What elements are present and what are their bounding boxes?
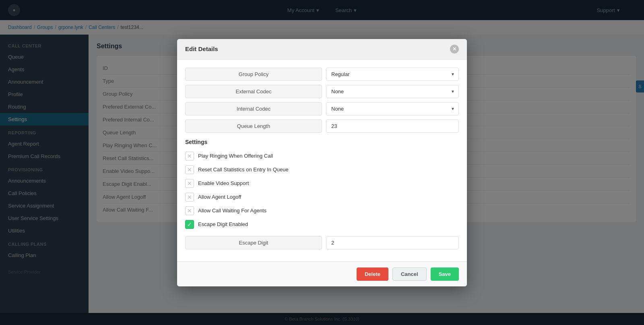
- checkbox-reset-call-stats[interactable]: ✕: [185, 165, 194, 174]
- escape-digit-row: Escape Digit: [185, 236, 459, 249]
- queue-length-value: [326, 119, 459, 133]
- external-codec-select[interactable]: None G711 G722 G729: [326, 85, 459, 98]
- modal-body: Group Policy Regular Circular Simultaneo…: [177, 60, 467, 261]
- modal-title: Edit Details: [185, 45, 218, 52]
- internal-codec-select[interactable]: None G711 G722 G729: [326, 102, 459, 115]
- group-policy-select-wrapper: Regular Circular Simultaneous Uniform We…: [326, 68, 459, 81]
- group-policy-row: Group Policy Regular Circular Simultaneo…: [185, 68, 459, 81]
- external-codec-label: External Codec: [185, 85, 322, 98]
- checkbox-reset-call-stats-row: ✕ Reset Call Statistics on Entry In Queu…: [185, 163, 459, 177]
- external-codec-value: None G711 G722 G729: [326, 85, 459, 98]
- settings-section-title: Settings: [185, 139, 459, 145]
- delete-button[interactable]: Delete: [357, 267, 388, 281]
- checkbox-allow-agent-logoff[interactable]: ✕: [185, 193, 194, 202]
- external-codec-row: External Codec None G711 G722 G729: [185, 85, 459, 98]
- checkbox-enable-video-label: Enable Video Support: [198, 180, 249, 186]
- modal-footer: Delete Cancel Save: [177, 261, 467, 286]
- checkbox-play-ringing[interactable]: ✕: [185, 152, 194, 160]
- internal-codec-select-wrapper: None G711 G722 G729: [326, 102, 459, 115]
- edit-details-modal: Edit Details ✕ Group Policy Regular Circ…: [177, 39, 467, 286]
- internal-codec-label: Internal Codec: [185, 102, 322, 115]
- checkbox-escape-digit-row: ✓ Escape Digit Enabled: [185, 218, 459, 231]
- queue-length-row: Queue Length: [185, 119, 459, 133]
- queue-length-input[interactable]: [326, 119, 459, 133]
- escape-digit-value: [326, 236, 459, 249]
- modal-overlay: Edit Details ✕ Group Policy Regular Circ…: [0, 0, 644, 325]
- checkbox-play-ringing-row: ✕ Play Ringing When Offering Call: [185, 149, 459, 163]
- checkbox-allow-agent-logoff-label: Allow Agent Logoff: [198, 194, 241, 200]
- cancel-button[interactable]: Cancel: [392, 267, 427, 281]
- checkbox-reset-call-stats-label: Reset Call Statistics on Entry In Queue: [198, 167, 289, 173]
- checkbox-enable-video[interactable]: ✕: [185, 179, 194, 188]
- escape-digit-input[interactable]: [326, 236, 459, 249]
- group-policy-value: Regular Circular Simultaneous Uniform We…: [326, 68, 459, 81]
- checkbox-allow-call-waiting-row: ✕ Allow Call Waiting For Agents: [185, 204, 459, 218]
- checkbox-enable-video-row: ✕ Enable Video Support: [185, 177, 459, 190]
- checkbox-escape-digit-label: Escape Digit Enabled: [198, 221, 248, 227]
- checkbox-allow-call-waiting-label: Allow Call Waiting For Agents: [198, 208, 266, 214]
- external-codec-select-wrapper: None G711 G722 G729: [326, 85, 459, 98]
- queue-length-label: Queue Length: [185, 119, 322, 133]
- group-policy-select[interactable]: Regular Circular Simultaneous Uniform We…: [326, 68, 459, 81]
- modal-header: Edit Details ✕: [177, 39, 467, 60]
- checkbox-play-ringing-label: Play Ringing When Offering Call: [198, 153, 273, 159]
- checkbox-allow-call-waiting[interactable]: ✕: [185, 206, 194, 215]
- escape-digit-label: Escape Digit: [185, 236, 322, 249]
- checkbox-allow-agent-logoff-row: ✕ Allow Agent Logoff: [185, 190, 459, 204]
- modal-close-button[interactable]: ✕: [450, 45, 459, 53]
- save-button[interactable]: Save: [431, 267, 459, 281]
- checkbox-escape-digit[interactable]: ✓: [185, 220, 194, 229]
- group-policy-label: Group Policy: [185, 68, 322, 81]
- internal-codec-value: None G711 G722 G729: [326, 102, 459, 115]
- internal-codec-row: Internal Codec None G711 G722 G729: [185, 102, 459, 115]
